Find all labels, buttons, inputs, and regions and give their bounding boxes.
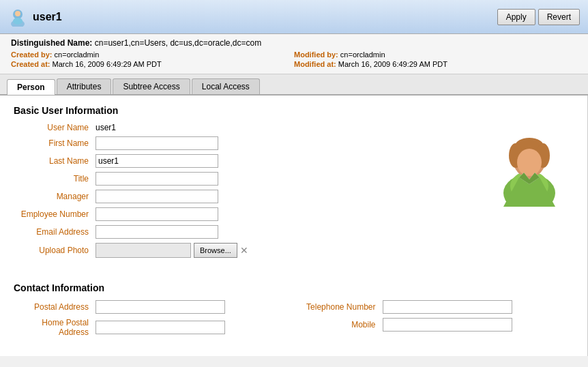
lastname-input[interactable]: [95, 154, 218, 168]
form-row-email: Email Address: [14, 225, 471, 239]
home-postal-address-label: Home Postal Address: [14, 318, 95, 337]
revert-button[interactable]: Revert: [538, 9, 580, 25]
modified-at-label: Modified at:: [294, 60, 336, 68]
contact-grid: Postal Address Home Postal Address Telep…: [14, 300, 574, 337]
lastname-label: Last Name: [14, 156, 95, 166]
form-row-employee-number: Employee Number: [14, 207, 471, 221]
header-left: user1: [8, 8, 62, 27]
user-icon: [8, 8, 27, 27]
modified-at-value: March 16, 2009 6:49:29 AM PDT: [338, 60, 447, 68]
form-row-username: User Name user1: [14, 123, 471, 132]
svg-point-11: [517, 149, 542, 176]
svg-point-2: [15, 11, 20, 16]
dn-label: Distinguished Name:: [11, 38, 92, 48]
contact-info-title: Contact Information: [0, 273, 587, 300]
title-input[interactable]: [95, 172, 218, 186]
avatar-svg: [495, 128, 563, 207]
created-by-label: Created by:: [11, 50, 53, 59]
contact-left: Postal Address Home Postal Address: [14, 300, 287, 337]
employee-number-input[interactable]: [95, 207, 218, 221]
tab-local-access[interactable]: Local Access: [192, 78, 260, 94]
email-label: Email Address: [14, 227, 95, 237]
email-input[interactable]: [95, 225, 218, 239]
svg-point-3: [13, 18, 23, 25]
delete-icon[interactable]: ✕: [240, 245, 248, 256]
postal-address-row: Postal Address: [14, 300, 287, 314]
tab-attributes[interactable]: Attributes: [57, 78, 112, 94]
avatar-container: [495, 130, 563, 205]
created-at-value: March 16, 2009 6:49:29 AM PDT: [53, 60, 162, 68]
title-label: Title: [14, 174, 95, 184]
header-buttons: Apply Revert: [497, 9, 580, 25]
tab-person[interactable]: Person: [7, 79, 55, 95]
created-at: Created at: March 16, 2009 6:49:29 AM PD…: [11, 60, 294, 68]
home-postal-address-input[interactable]: [95, 321, 225, 334]
mobile-label: Mobile: [301, 320, 383, 329]
basic-info-title: Basic User Information: [0, 96, 587, 123]
telephone-row: Telephone Number: [301, 300, 574, 314]
distinguished-name: Distinguished Name: cn=user1,cn=Users, d…: [11, 38, 577, 48]
contact-right: Telephone Number Mobile: [301, 300, 574, 337]
browse-button[interactable]: Browse...: [194, 243, 237, 258]
contact-section: Postal Address Home Postal Address Telep…: [0, 300, 587, 348]
form-row-upload-photo: Upload Photo Browse... ✕: [14, 243, 471, 258]
manager-label: Manager: [14, 192, 95, 201]
upload-row: Browse... ✕: [95, 243, 248, 258]
manager-input[interactable]: [95, 190, 218, 203]
modified-by-value: cn=orcladmin: [340, 50, 385, 59]
photo-area: [485, 123, 574, 262]
username-label: User Name: [14, 123, 95, 132]
postal-address-label: Postal Address: [14, 302, 95, 312]
firstname-input[interactable]: [95, 136, 218, 150]
firstname-label: First Name: [14, 138, 95, 148]
form-row-title: Title: [14, 172, 471, 186]
employee-number-label: Employee Number: [14, 209, 95, 219]
dn-value: cn=user1,cn=Users, dc=us,dc=oracle,dc=co…: [95, 38, 261, 48]
meta-grid: Created by: cn=orcladmin Modified by: cn…: [11, 50, 577, 68]
username-value: user1: [95, 123, 116, 132]
form-row-firstname: First Name: [14, 136, 471, 150]
upload-photo-label: Upload Photo: [14, 246, 95, 255]
header: user1 Apply Revert: [0, 0, 588, 34]
mobile-row: Mobile: [301, 318, 574, 332]
postal-address-input[interactable]: [95, 300, 225, 314]
modified-by-label: Modified by:: [294, 50, 338, 59]
telephone-input[interactable]: [383, 300, 512, 314]
header-title: user1: [33, 11, 62, 23]
form-fields: User Name user1 First Name Last Name Tit…: [14, 123, 471, 262]
mobile-input[interactable]: [383, 318, 512, 332]
created-by-value: cn=orcladmin: [55, 50, 100, 59]
modified-by: Modified by: cn=orcladmin: [294, 50, 577, 59]
main-content[interactable]: Basic User Information User Name user1 F…: [0, 96, 588, 356]
file-input-display: [95, 243, 191, 258]
created-at-label: Created at:: [11, 60, 50, 68]
telephone-label: Telephone Number: [301, 302, 383, 312]
meta-section: Distinguished Name: cn=user1,cn=Users, d…: [0, 34, 588, 74]
basic-info-form: User Name user1 First Name Last Name Tit…: [0, 123, 587, 273]
modified-at: Modified at: March 16, 2009 6:49:29 AM P…: [294, 60, 577, 68]
apply-button[interactable]: Apply: [497, 9, 535, 25]
home-postal-address-row: Home Postal Address: [14, 318, 287, 337]
form-row-lastname: Last Name: [14, 154, 471, 168]
tabs: Person Attributes Subtree Access Local A…: [0, 74, 588, 96]
created-by: Created by: cn=orcladmin: [11, 50, 294, 59]
form-row-manager: Manager: [14, 190, 471, 203]
tab-subtree-access[interactable]: Subtree Access: [113, 78, 190, 94]
